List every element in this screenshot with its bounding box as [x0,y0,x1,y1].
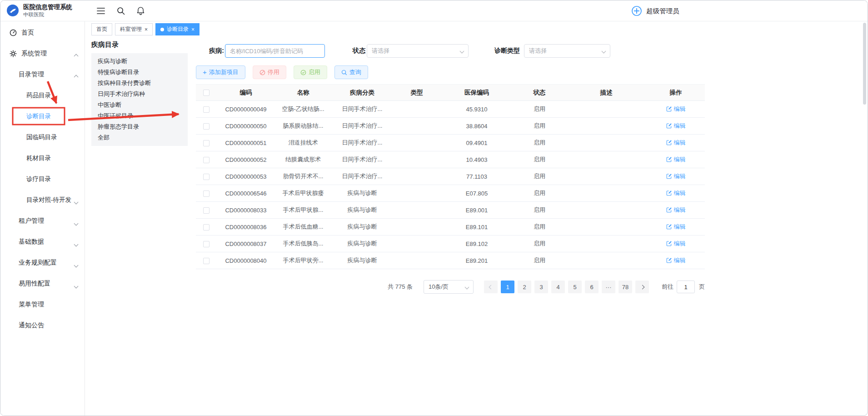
enable-button[interactable]: 启用 [294,65,327,79]
edit-button[interactable]: 编辑 [666,139,686,147]
edit-button[interactable]: 编辑 [666,172,686,180]
tab-home[interactable]: 首页 [91,23,112,35]
cell-insurance: 10.4903 [440,151,513,168]
th-type: 类型 [393,85,440,101]
goto-page-input[interactable] [677,281,695,293]
cell-code: CD0000008033 [217,202,275,219]
row-checkbox[interactable] [203,140,210,146]
disable-button[interactable]: 停用 [253,65,286,79]
tab-label: 首页 [96,25,107,33]
cell-type [393,151,440,168]
row-checkbox[interactable] [203,241,210,247]
page-button-1[interactable]: 1 [501,281,514,293]
sidebar-item-catalog-mgmt[interactable]: 目录管理 [0,64,85,85]
cell-insurance: 77.1103 [440,168,513,185]
tab-department-mgmt[interactable]: 科室管理 × [115,23,153,35]
cell-insurance: E89.001 [440,202,513,219]
select-all-checkbox[interactable] [203,90,210,96]
status-select[interactable]: 请选择 [367,44,469,58]
sidebar-item-business-rules[interactable]: 业务规则配置 [0,252,85,273]
edit-button[interactable]: 编辑 [666,256,686,265]
close-icon[interactable]: × [191,27,195,32]
th-name: 名称 [275,85,331,101]
catalog-item-pay-by-disease[interactable]: 按病种目录付费诊断 [91,78,188,89]
sidebar-item-catalog-mapping[interactable]: 目录对照-待开发 [0,190,85,211]
sidebar-item-menu-mgmt[interactable]: 菜单管理 [0,294,85,315]
cell-status: 启用 [513,168,566,185]
sidebar-item-drug-catalog[interactable]: 药品目录 [0,85,85,106]
filter-bar: 疾病: 状态 请选择 诊断类型 请选择 [196,44,705,58]
cell-category: 疾病与诊断 [331,236,393,252]
collapse-menu-icon[interactable] [97,7,105,15]
user-area[interactable]: 超级管理员 [631,0,679,21]
current-user-name: 超级管理员 [646,7,679,15]
cell-status: 启用 [513,219,566,236]
prev-page-button[interactable] [484,281,498,293]
row-checkbox[interactable] [203,190,210,197]
catalog-item-all[interactable]: 全部 [91,132,188,143]
page-size-select[interactable]: 10条/页 [424,280,474,294]
catalog-item-tcm-diagnosis[interactable]: 中医诊断 [91,100,188,110]
cell-desc [566,219,647,236]
sidebar-item-basic-data[interactable]: 基础数据 [0,231,85,252]
query-button[interactable]: 查询 [334,65,368,79]
catalog-item-tcm-syndrome[interactable]: 中医证候目录 [91,110,188,121]
search-icon[interactable] [117,7,125,15]
add-item-button[interactable]: + 添加新项目 [196,65,245,79]
cell-desc [566,118,647,135]
page-ellipsis-button[interactable]: ··· [602,281,615,293]
row-checkbox[interactable] [203,174,210,180]
edit-button[interactable]: 编辑 [666,206,686,214]
next-page-button[interactable] [635,281,649,293]
catalog-item-disease-diagnosis[interactable]: 疾病与诊断 [91,56,188,67]
row-checkbox[interactable] [203,157,210,163]
page-button-5[interactable]: 5 [568,281,582,293]
edit-button[interactable]: 编辑 [666,155,686,164]
bell-icon[interactable] [137,6,145,15]
sidebar-item-diagnosis-catalog[interactable]: 诊断目录 [0,106,85,127]
pagination: 共 775 条 10条/页 1 2 3 4 5 6 ··· 78 前往 页 [196,280,705,294]
edit-button[interactable]: 编辑 [666,105,686,113]
tab-diagnosis-catalog[interactable]: 诊断目录 × [155,23,200,35]
catalog-item-chronic-disease[interactable]: 特慢病诊断目录 [91,67,188,78]
sidebar-item-national-code-catalog[interactable]: 国临码目录 [0,127,85,148]
sidebar-item-treatment-catalog[interactable]: 诊疗目录 [0,169,85,190]
main-panel: 疾病: 状态 请选择 诊断类型 请选择 + 添加新项目 停用 [196,41,705,294]
diagnosis-type-select[interactable]: 请选择 [524,44,610,58]
cell-category: 日间手术治疗... [331,168,393,185]
row-checkbox[interactable] [203,224,210,231]
edit-button[interactable]: 编辑 [666,189,686,197]
tab-label: 科室管理 [120,25,142,33]
edit-button[interactable]: 编辑 [666,223,686,231]
page-button-3[interactable]: 3 [534,281,548,293]
catalog-item-tumor-morphology[interactable]: 肿瘤形态学目录 [91,121,188,132]
row-checkbox[interactable] [203,123,210,130]
page-button-4[interactable]: 4 [551,281,565,293]
sidebar-item-label: 菜单管理 [19,301,44,309]
cell-insurance: E89.101 [440,219,513,236]
sidebar-item-notices[interactable]: 通知公告 [0,315,85,336]
row-checkbox[interactable] [203,258,210,264]
close-icon[interactable]: × [145,27,148,32]
disease-catalog-panel: 疾病目录 疾病与诊断 特慢病诊断目录 按病种目录付费诊断 日间手术治疗病种 中医… [91,40,188,146]
sidebar-item-usability-config[interactable]: 易用性配置 [0,273,85,294]
sidebar: 首页 系统管理 目录管理 药品目录 诊断目录 国临码目录 耗材目录 诊疗目录 [0,21,85,416]
row-checkbox[interactable] [203,106,210,113]
cell-type [393,135,440,151]
query-label: 查询 [349,68,361,76]
sidebar-item-system-mgmt[interactable]: 系统管理 [0,43,85,64]
vertical-scrollbar[interactable] [863,23,866,105]
edit-button[interactable]: 编辑 [666,122,686,130]
page-button-6[interactable]: 6 [585,281,599,293]
catalog-item-day-surgery[interactable]: 日间手术治疗病种 [91,89,188,100]
sidebar-item-tenant-mgmt[interactable]: 租户管理 [0,211,85,231]
edit-button[interactable]: 编辑 [666,240,686,248]
cell-type [393,252,440,269]
sidebar-item-consumables-catalog[interactable]: 耗材目录 [0,148,85,169]
sidebar-item-label: 诊疗目录 [26,175,51,183]
page-button-2[interactable]: 2 [518,281,531,293]
disease-search-input[interactable] [225,44,325,58]
row-checkbox[interactable] [203,207,210,214]
sidebar-item-home[interactable]: 首页 [0,22,85,43]
page-button-78[interactable]: 78 [619,281,632,293]
